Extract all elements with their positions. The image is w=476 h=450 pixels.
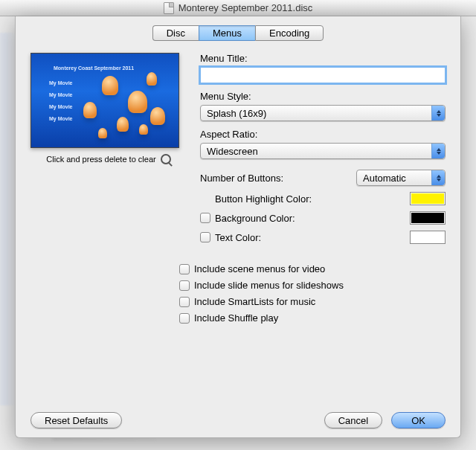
preview-item-text: My Movie: [49, 80, 73, 86]
aspect-ratio-value: Widescreen: [207, 146, 258, 157]
menu-style-popup[interactable]: Splash (16x9): [200, 105, 446, 121]
include-smartlists-checkbox[interactable]: [179, 297, 190, 307]
menu-title-label: Menu Title:: [200, 53, 446, 64]
window-titlebar: Monterey September 2011.disc: [0, 0, 476, 16]
tab-encoding[interactable]: Encoding: [255, 25, 324, 41]
preview-caption: Click and press delete to clear: [46, 155, 155, 164]
preview-item-text: My Movie: [49, 104, 73, 109]
menu-style-label: Menu Style:: [200, 91, 446, 102]
highlight-color-swatch[interactable]: [410, 192, 446, 205]
menu-settings-sheet: Disc Menus Encoding Monterey Coast Septe…: [15, 16, 461, 438]
popup-arrows-icon: [431, 106, 445, 120]
include-scene-menus-checkbox[interactable]: [179, 264, 190, 274]
background-color-swatch[interactable]: [410, 211, 446, 225]
preview-item-text: My Movie: [49, 116, 73, 121]
include-shuffle-label: Include Shuffle play: [194, 312, 278, 324]
background-color-label: Background Color:: [215, 213, 295, 224]
menu-preview[interactable]: Monterey Coast September 2011 My Movie M…: [30, 53, 179, 148]
highlight-color-label: Button Highlight Color:: [215, 193, 312, 205]
ok-button[interactable]: OK: [391, 412, 446, 428]
document-icon: [164, 2, 174, 14]
preview-title-text: Monterey Coast September 2011: [54, 65, 134, 71]
tab-disc[interactable]: Disc: [152, 25, 199, 41]
num-buttons-label: Number of Buttons:: [200, 173, 283, 184]
magnify-icon[interactable]: [161, 154, 171, 164]
include-smartlists-label: Include SmartLists for music: [194, 296, 315, 307]
num-buttons-popup[interactable]: Automatic: [356, 170, 446, 186]
num-buttons-value: Automatic: [363, 173, 406, 184]
tab-menus[interactable]: Menus: [199, 25, 255, 41]
popup-arrows-icon: [431, 144, 445, 158]
reset-defaults-button[interactable]: Reset Defaults: [30, 412, 122, 428]
include-scene-menus-label: Include scene menus for video: [194, 263, 325, 274]
popup-arrows-icon: [431, 170, 445, 185]
window-title: Monterey September 2011.disc: [178, 2, 313, 13]
text-color-swatch[interactable]: [410, 231, 446, 244]
text-color-checkbox[interactable]: [200, 232, 210, 242]
menu-style-value: Splash (16x9): [207, 108, 266, 119]
cancel-button[interactable]: Cancel: [324, 412, 382, 428]
text-color-label: Text Color:: [215, 232, 261, 243]
menu-title-input[interactable]: [200, 67, 446, 83]
aspect-ratio-label: Aspect Ratio:: [200, 129, 446, 140]
include-shuffle-checkbox[interactable]: [179, 313, 190, 324]
include-slide-menus-checkbox[interactable]: [179, 280, 190, 291]
preview-item-text: My Movie: [49, 92, 73, 97]
background-color-checkbox[interactable]: [200, 213, 210, 223]
settings-tabs: Disc Menus Encoding: [30, 25, 446, 41]
include-slide-menus-label: Include slide menus for slideshows: [194, 280, 344, 291]
aspect-ratio-popup[interactable]: Widescreen: [200, 143, 446, 159]
